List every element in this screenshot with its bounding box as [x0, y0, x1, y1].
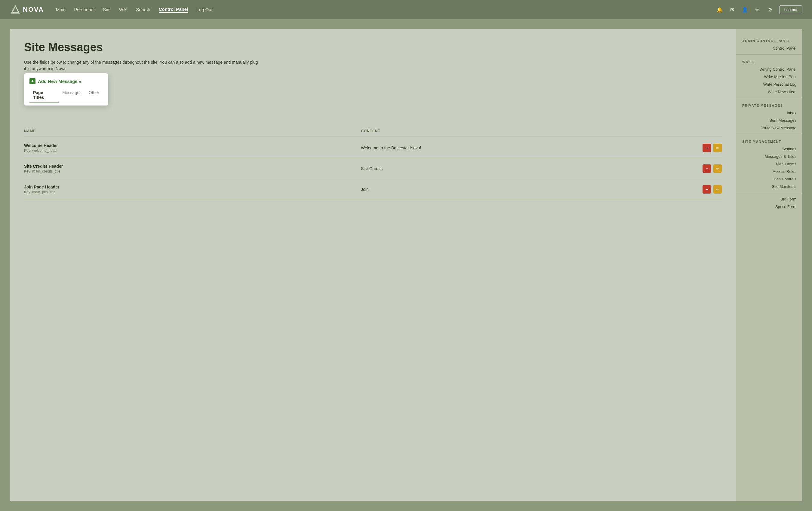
- user-icon[interactable]: 👤: [741, 5, 749, 14]
- table-header: NAME CONTENT: [24, 126, 722, 137]
- sidebar-item-write-new-message[interactable]: Write New Message: [736, 124, 802, 132]
- dropdown-popup: + Add New Message » Page Titles Messages…: [24, 73, 108, 106]
- sidebar-divider-3: [736, 134, 802, 134]
- row-actions: − ✏: [698, 185, 722, 193]
- sidebar-item-inbox[interactable]: Inbox: [736, 109, 802, 117]
- row-content: Welcome to the Battlestar Nova!: [361, 146, 698, 150]
- sidebar-item-control-panel[interactable]: Control Panel: [736, 44, 802, 52]
- sidebar-private-title: PRIVATE MESSAGES: [736, 101, 802, 109]
- sidebar-item-access-roles[interactable]: Access Roles: [736, 168, 802, 175]
- nav-links: Main Personnel Sim Wiki Search Control P…: [56, 7, 716, 13]
- logout-button[interactable]: Log out: [779, 5, 802, 14]
- delete-button[interactable]: −: [702, 185, 711, 193]
- col-name: NAME: [24, 129, 361, 133]
- sidebar-item-write-news-item[interactable]: Write News Item: [736, 88, 802, 96]
- notification-icon[interactable]: 🔔: [716, 5, 724, 14]
- row-name-col: Site Credits Header Key: main_credits_ti…: [24, 164, 361, 174]
- sidebar-item-bio-form[interactable]: Bio Form: [736, 196, 802, 203]
- tab-messages[interactable]: Messages: [59, 88, 85, 103]
- row-actions: − ✏: [698, 144, 722, 152]
- sidebar-write-section: WRITE Writing Control Panel Write Missio…: [736, 57, 802, 96]
- settings-icon[interactable]: ⚙: [766, 5, 775, 14]
- nav-search[interactable]: Search: [136, 7, 150, 12]
- row-content: Site Credits: [361, 166, 698, 171]
- logo-text: NOVA: [23, 6, 44, 13]
- sidebar-item-menu-items[interactable]: Menu Items: [736, 160, 802, 168]
- sidebar-site-section: SITE MANAGEMENT Settings Messages & Titl…: [736, 137, 802, 190]
- sidebar-item-specs-form[interactable]: Specs Form: [736, 203, 802, 210]
- sidebar-item-sent-messages[interactable]: Sent Messages: [736, 117, 802, 124]
- sidebar-site-title: SITE MANAGEMENT: [736, 137, 802, 145]
- edit-button[interactable]: ✏: [713, 185, 722, 193]
- sidebar-divider-2: [736, 98, 802, 98]
- right-sidebar: ADMIN CONTROL PANEL Control Panel WRITE …: [736, 29, 802, 501]
- row-content: Join: [361, 187, 698, 192]
- col-content: CONTENT: [361, 129, 698, 133]
- nav-control-panel[interactable]: Control Panel: [159, 7, 188, 13]
- nav-logout[interactable]: Log Out: [196, 7, 212, 12]
- row-actions: − ✏: [698, 164, 722, 173]
- row-name-col: Welcome Header Key: welcome_head: [24, 143, 361, 153]
- delete-button[interactable]: −: [702, 144, 711, 152]
- edit-button[interactable]: ✏: [713, 164, 722, 173]
- col-actions: [698, 129, 722, 133]
- sidebar-more-section: Bio Form Specs Form: [736, 196, 802, 210]
- tab-page-titles[interactable]: Page Titles: [29, 88, 59, 103]
- tab-other[interactable]: Other: [85, 88, 103, 103]
- sidebar-item-write-mission-post[interactable]: Write Mission Post: [736, 73, 802, 81]
- sidebar-divider-1: [736, 54, 802, 55]
- popup-tabs: Page Titles Messages Other: [24, 88, 108, 103]
- row-title: Join Page Header: [24, 185, 361, 189]
- row-key: Key: main_credits_title: [24, 169, 361, 174]
- add-new-label: Add New Message »: [38, 79, 81, 84]
- sidebar-admin-section: ADMIN CONTROL PANEL Control Panel: [736, 36, 802, 52]
- add-new-icon: +: [29, 78, 35, 84]
- nav-sim[interactable]: Sim: [103, 7, 111, 12]
- row-key: Key: welcome_head: [24, 149, 361, 153]
- logo[interactable]: NOVA: [10, 4, 44, 15]
- nav-personnel[interactable]: Personnel: [74, 7, 94, 12]
- sidebar-write-title: WRITE: [736, 57, 802, 65]
- sidebar-admin-title: ADMIN CONTROL PANEL: [736, 36, 802, 44]
- nav-main[interactable]: Main: [56, 7, 66, 12]
- add-new-message-button[interactable]: + Add New Message »: [24, 73, 108, 88]
- table-row: Welcome Header Key: welcome_head Welcome…: [24, 138, 722, 158]
- delete-button[interactable]: −: [702, 164, 711, 173]
- table-row: Join Page Header Key: main_join_title Jo…: [24, 179, 722, 200]
- sidebar-item-write-personal-log[interactable]: Write Personal Log: [736, 81, 802, 88]
- message-icon[interactable]: ✉: [728, 5, 736, 14]
- nav-wiki[interactable]: Wiki: [119, 7, 127, 12]
- sidebar-item-site-manifests[interactable]: Site Manifests: [736, 183, 802, 190]
- row-title: Site Credits Header: [24, 164, 361, 169]
- messages-table: NAME CONTENT Welcome Header Key: welcome…: [24, 126, 722, 200]
- top-navigation: NOVA Main Personnel Sim Wiki Search Cont…: [0, 0, 812, 19]
- content-area: Site Messages Use the fields below to ch…: [10, 29, 736, 501]
- row-title: Welcome Header: [24, 143, 361, 148]
- sidebar-item-writing-control-panel[interactable]: Writing Control Panel: [736, 65, 802, 73]
- sidebar-private-section: PRIVATE MESSAGES Inbox Sent Messages Wri…: [736, 101, 802, 132]
- sidebar-divider-4: [736, 193, 802, 193]
- sidebar-item-messages-titles[interactable]: Messages & Titles: [736, 153, 802, 160]
- edit-button[interactable]: ✏: [713, 144, 722, 152]
- table-row: Site Credits Header Key: main_credits_ti…: [24, 158, 722, 179]
- row-name-col: Join Page Header Key: main_join_title: [24, 185, 361, 194]
- nav-icon-group: 🔔 ✉ 👤 ✏ ⚙: [716, 5, 775, 14]
- sidebar-item-ban-controls[interactable]: Ban Controls: [736, 175, 802, 183]
- row-key: Key: main_join_title: [24, 190, 361, 194]
- page-title: Site Messages: [24, 41, 722, 54]
- page-description: Use the fields below to change any of th…: [24, 59, 259, 72]
- sidebar-item-settings[interactable]: Settings: [736, 145, 802, 153]
- edit-icon[interactable]: ✏: [753, 5, 762, 14]
- page-wrapper: Site Messages Use the fields below to ch…: [0, 19, 812, 511]
